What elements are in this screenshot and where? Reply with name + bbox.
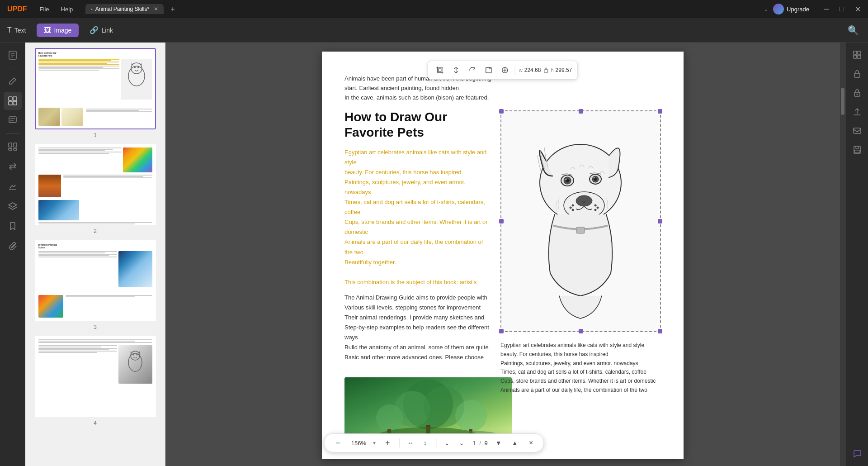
svg-point-46 [594, 209, 596, 211]
scroll-thumb[interactable] [841, 88, 844, 115]
sidebar-icon-thumbnails[interactable] [4, 92, 22, 110]
sidebar-icon-bookmark[interactable] [4, 217, 22, 235]
right-icon-grid[interactable] [849, 46, 866, 63]
flip-h-button[interactable] [450, 64, 462, 76]
zoom-in-button[interactable]: + [381, 437, 394, 449]
tab-document[interactable]: • Animal Painting Skills* ✕ [85, 4, 164, 14]
thumbnail-page-2[interactable]: 2 [31, 144, 160, 234]
replace-button[interactable] [499, 64, 511, 76]
text-tool-icon: T [7, 26, 12, 34]
sidebar-icon-comment[interactable] [4, 112, 22, 130]
svg-rect-63 [858, 55, 861, 58]
svg-rect-14 [14, 148, 17, 150]
svg-rect-29 [544, 70, 547, 72]
prev-page-button[interactable]: ⌄ [442, 437, 453, 448]
svg-point-18 [134, 67, 136, 68]
right-panel [845, 43, 868, 466]
svg-point-40 [593, 177, 595, 179]
height-value: 299.57 [556, 67, 572, 73]
toolbar-separator [515, 66, 515, 75]
fit-height-button[interactable]: ↕ [420, 437, 430, 448]
close-bottom-toolbar[interactable]: × [526, 437, 537, 448]
zoom-toolbar: − 156% ▾ + ↔ ↕ ⌄ ⌄ 1 / 9 ▼ ▲ × [324, 433, 544, 452]
next-page-button[interactable]: ⌄ [456, 437, 467, 448]
thumbnail-panel: How to Draw OurFavorite Pets [25, 43, 165, 466]
link-tool-button[interactable]: 🔗 Link [82, 23, 120, 37]
svg-rect-26 [439, 69, 441, 71]
menu-bar: File Help [34, 4, 79, 14]
svg-point-47 [594, 204, 596, 206]
sidebar-icon-sign[interactable] [4, 177, 22, 195]
svg-rect-64 [854, 73, 860, 77]
tab-bar: • Animal Painting Skills* ✕ ＋ [85, 4, 180, 15]
fit-width-button[interactable]: ↔ [405, 437, 416, 448]
image-tool-button[interactable]: 🖼 Image [37, 24, 79, 37]
thumb-box-1[interactable]: How to Draw OurFavorite Pets [35, 48, 156, 129]
main-layout: How to Draw OurFavorite Pets [0, 43, 868, 466]
window-controls: ─ □ ✕ [820, 5, 864, 14]
zoom-separator-2 [436, 438, 436, 447]
svg-point-23 [131, 351, 140, 360]
pdf-highlighted-section: Egyptian art celebrates animals like cat… [344, 147, 489, 363]
tab-close-button[interactable]: ✕ [154, 6, 158, 12]
right-icon-upload[interactable] [849, 103, 866, 120]
svg-point-25 [136, 354, 137, 355]
thumb-box-2[interactable] [35, 144, 156, 225]
svg-rect-61 [858, 51, 861, 54]
thumbnail-page-3[interactable]: Different PaintingStyles [31, 240, 160, 330]
menu-help[interactable]: Help [56, 4, 79, 14]
pdf-viewer[interactable]: w 224.68 h 299.57 Animals have been part… [165, 43, 840, 466]
right-icon-lock1[interactable] [849, 65, 866, 82]
dog-image-wrapper[interactable] [500, 110, 661, 332]
thumb-box-4[interactable] [35, 336, 156, 417]
rotate-button[interactable] [466, 64, 479, 76]
crop-tool-button[interactable] [434, 64, 446, 76]
tab-title: Animal Painting Skills* [95, 6, 149, 12]
svg-rect-60 [854, 51, 857, 54]
sidebar-icon-reader[interactable] [4, 46, 22, 64]
close-button[interactable]: ✕ [851, 5, 864, 14]
thumbnail-page-1[interactable]: How to Draw OurFavorite Pets [31, 48, 160, 138]
zoom-out-button[interactable]: − [331, 437, 344, 449]
svg-rect-7 [13, 101, 17, 105]
sidebar-icon-attach[interactable] [4, 237, 22, 255]
new-tab-button[interactable]: ＋ [165, 4, 180, 15]
thumbnail-page-4[interactable]: 4 [31, 336, 160, 426]
highlighted-paragraph: Egyptian art celebrates animals like cat… [344, 147, 489, 287]
resize-button[interactable] [482, 64, 495, 76]
search-button[interactable]: 🔍 [848, 25, 859, 35]
right-icon-save[interactable] [849, 141, 866, 158]
svg-point-55 [455, 400, 487, 432]
sidebar-icon-convert[interactable] [4, 157, 22, 176]
text-tool-label: Text [14, 27, 26, 34]
dog-sketch-image [500, 110, 661, 332]
svg-rect-67 [854, 128, 861, 133]
upgrade-button[interactable]: Upgrade [773, 4, 809, 14]
minimize-button[interactable]: ─ [820, 5, 832, 14]
window-dropdown-arrow[interactable]: ⌄ [764, 7, 768, 12]
height-label: h [551, 67, 553, 73]
right-icon-lock2[interactable] [849, 84, 866, 101]
page-up-button[interactable]: ▲ [509, 437, 520, 448]
right-icon-email[interactable] [849, 122, 866, 139]
sidebar-icon-organize[interactable] [4, 138, 22, 156]
width-value: 224.68 [524, 67, 541, 73]
menu-file[interactable]: File [34, 4, 55, 14]
svg-point-36 [565, 178, 567, 180]
heading-line2: Favorite Pets [344, 125, 424, 139]
right-icon-comment[interactable] [849, 445, 866, 462]
image-dimensions: w 224.68 h 299.57 [519, 67, 572, 73]
svg-point-53 [376, 404, 403, 432]
svg-rect-6 [9, 101, 12, 105]
maximize-button[interactable]: □ [836, 5, 848, 14]
svg-point-42 [570, 207, 571, 209]
zoom-dropdown-arrow[interactable]: ▾ [373, 440, 376, 446]
page-down-button[interactable]: ▼ [493, 437, 504, 448]
text-tool-button[interactable]: T Text [0, 24, 33, 37]
svg-point-41 [576, 195, 592, 206]
scroll-track[interactable] [840, 43, 845, 466]
sidebar-icon-layers[interactable] [4, 197, 22, 215]
svg-rect-8 [9, 117, 16, 123]
thumb-box-3[interactable]: Different PaintingStyles [35, 240, 156, 321]
sidebar-icon-edit[interactable] [4, 72, 22, 90]
